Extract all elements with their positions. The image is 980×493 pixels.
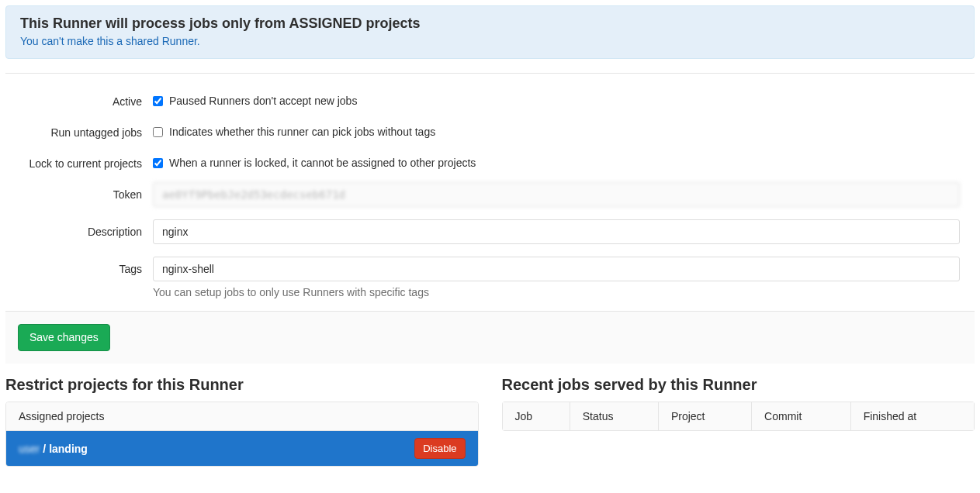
disable-button[interactable]: Disable xyxy=(414,438,465,460)
lock-checkbox[interactable] xyxy=(153,158,163,168)
token-label: Token xyxy=(5,182,153,201)
active-checkbox[interactable] xyxy=(153,96,163,106)
description-label: Description xyxy=(5,219,153,238)
run-untagged-help: Indicates whether this runner can pick j… xyxy=(169,126,435,138)
recent-column: Recent jobs served by this Runner Job St… xyxy=(502,376,975,467)
tags-hint: You can setup jobs to only use Runners w… xyxy=(153,286,960,298)
col-finished-at: Finished at xyxy=(850,402,974,430)
divider xyxy=(5,73,975,74)
tags-input[interactable] xyxy=(153,257,960,281)
tags-row: Tags You can setup jobs to only use Runn… xyxy=(5,257,975,298)
columns: Restrict projects for this Runner Assign… xyxy=(5,376,975,467)
lock-label: Lock to current projects xyxy=(5,151,153,170)
recent-jobs-table-wrap: Job Status Project Commit Finished at xyxy=(502,402,975,431)
token-row: Token xyxy=(5,182,975,207)
lock-help: When a runner is locked, it cannot be as… xyxy=(169,157,476,169)
restrict-title: Restrict projects for this Runner xyxy=(5,376,479,394)
runner-scope-alert: This Runner will process jobs only from … xyxy=(5,5,975,59)
assigned-projects-header: Assigned projects xyxy=(6,402,478,431)
run-untagged-label: Run untagged jobs xyxy=(5,120,153,139)
recent-jobs-table: Job Status Project Commit Finished at xyxy=(502,402,975,431)
run-untagged-checkbox[interactable] xyxy=(153,127,163,137)
active-label: Active xyxy=(5,89,153,108)
description-row: Description xyxy=(5,219,975,244)
form-actions: Save changes xyxy=(5,311,975,364)
col-project: Project xyxy=(658,402,751,430)
restrict-column: Restrict projects for this Runner Assign… xyxy=(5,376,479,467)
lock-row: Lock to current projects When a runner i… xyxy=(5,151,975,170)
col-job: Job xyxy=(502,402,570,430)
alert-title: This Runner will process jobs only from … xyxy=(20,16,960,32)
project-separator: / xyxy=(43,443,46,455)
project-name: user / landing xyxy=(19,443,88,455)
token-input[interactable] xyxy=(153,182,960,207)
col-commit: Commit xyxy=(752,402,851,430)
col-status: Status xyxy=(570,402,658,430)
runner-settings-form: Active Paused Runners don't accept new j… xyxy=(5,89,975,364)
active-row: Active Paused Runners don't accept new j… xyxy=(5,89,975,108)
save-button[interactable]: Save changes xyxy=(18,324,110,351)
active-help: Paused Runners don't accept new jobs xyxy=(169,95,357,107)
alert-subtitle: You can't make this a shared Runner. xyxy=(20,35,960,47)
recent-title: Recent jobs served by this Runner xyxy=(502,376,975,394)
project-owner: user xyxy=(19,443,40,455)
run-untagged-row: Run untagged jobs Indicates whether this… xyxy=(5,120,975,139)
assigned-projects-panel: Assigned projects user / landing Disable xyxy=(5,402,479,467)
project-repo: landing xyxy=(49,443,88,455)
tags-label: Tags xyxy=(5,257,153,275)
project-row[interactable]: user / landing Disable xyxy=(6,431,478,467)
description-input[interactable] xyxy=(153,219,960,244)
